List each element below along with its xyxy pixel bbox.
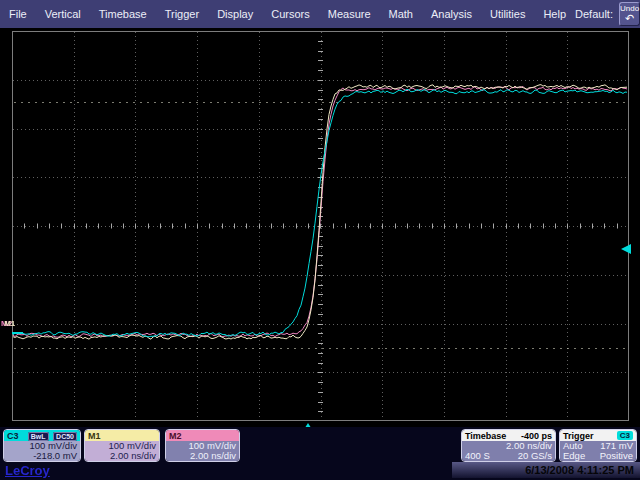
menu-item-measure[interactable]: Measure: [319, 0, 380, 28]
trigger-descriptor[interactable]: Trigger C3 Auto 171 mV Edge Positive: [559, 429, 637, 462]
trace-descriptor-m1[interactable]: M1 100 mV/div 2.00 ns/div: [84, 429, 160, 462]
undo-button[interactable]: Undo ↶: [619, 2, 640, 26]
menu-bar: File Vertical Timebase Trigger Display C…: [0, 0, 640, 28]
c3-label: C3: [7, 431, 19, 441]
menu-item-file[interactable]: File: [0, 0, 36, 28]
timebase-descriptor[interactable]: Timebase -400 ps 2.00 ns/div 400 S 20 GS…: [461, 429, 556, 462]
c3-offset: -218.0 mV: [33, 451, 77, 461]
timebase-sample-rate: 20 GS/s: [518, 451, 552, 461]
m1-time-per-div: 2.00 ns/div: [110, 451, 156, 461]
timebase-label: Timebase: [465, 431, 506, 441]
trigger-level-marker[interactable]: [621, 244, 631, 254]
lecroy-logo: LeCroy: [5, 463, 50, 478]
menu-item-cursors[interactable]: Cursors: [262, 0, 319, 28]
menu-item-trigger[interactable]: Trigger: [156, 0, 208, 28]
menu-item-math[interactable]: Math: [380, 0, 422, 28]
trigger-slope: Positive: [600, 451, 633, 461]
datetime-strip: 6/13/2008 4:11:25 PM: [452, 462, 640, 478]
status-bar: C3 BwL DC50 100 mV/div -218.0 mV M1 100 …: [0, 427, 640, 480]
trigger-label: Trigger: [563, 431, 594, 441]
default-setup-label: Default:: [575, 8, 613, 20]
trace-descriptor-m2[interactable]: M2 100 mV/div 2.00 ns/div: [165, 429, 240, 462]
datetime: 6/13/2008 4:11:25 PM: [525, 464, 634, 476]
c3-zero-level-marker[interactable]: [12, 332, 23, 334]
m2-time-per-div: 2.00 ns/div: [190, 451, 236, 461]
menu-item-timebase[interactable]: Timebase: [90, 0, 156, 28]
oscilloscope-screen: File Vertical Timebase Trigger Display C…: [0, 0, 640, 480]
undo-icon: ↶: [625, 13, 634, 24]
menu-item-help[interactable]: Help: [534, 0, 575, 28]
menu-item-analysis[interactable]: Analysis: [422, 0, 481, 28]
m1-trace-tag: M1: [4, 319, 15, 328]
waveform-display: M2M1: [0, 28, 640, 427]
waveform-grid-canvas: [12, 31, 629, 421]
trigger-source-badge: C3: [617, 431, 633, 440]
channel-descriptor-c3[interactable]: C3 BwL DC50 100 mV/div -218.0 mV: [3, 429, 81, 462]
timebase-samples: 400 S: [465, 451, 490, 461]
menu-item-vertical[interactable]: Vertical: [36, 0, 90, 28]
m2-label: M2: [169, 431, 182, 441]
menu-item-utilities[interactable]: Utilities: [481, 0, 534, 28]
m1-label: M1: [88, 431, 101, 441]
menu-item-display[interactable]: Display: [208, 0, 262, 28]
left-edge-trace-tags: M2M1: [1, 320, 15, 328]
trigger-type: Edge: [563, 451, 585, 461]
timebase-delay: -400 ps: [521, 431, 552, 441]
